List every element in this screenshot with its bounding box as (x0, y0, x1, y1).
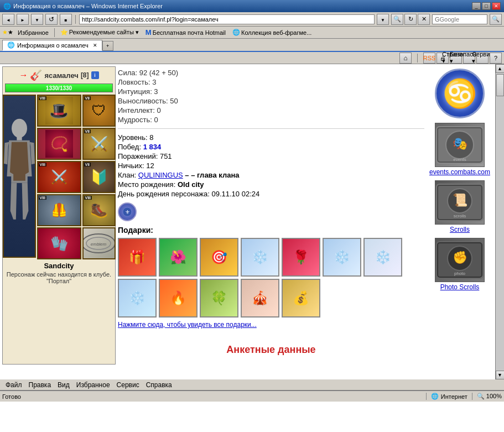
help-button[interactable]: ? (490, 53, 502, 64)
weapon-item: ⚔️ (45, 163, 73, 191)
menu-view[interactable]: Вид (54, 381, 73, 389)
dropdown-button[interactable] (31, 14, 43, 25)
slot-emblem[interactable]: emblem (82, 227, 116, 259)
gift-5[interactable]: 🌹 (282, 238, 320, 277)
slot-right-mid2[interactable]: VII 🔰 (82, 161, 116, 193)
item-level-badge-7: VIII (84, 196, 92, 200)
gift-8[interactable]: ❄️ (118, 279, 157, 318)
slot-weapon[interactable]: VIII ⚔️ (37, 161, 81, 193)
globe-icon: 🌐 (431, 393, 439, 400)
gift-3[interactable]: 🎯 (200, 238, 238, 277)
address-dropdown[interactable] (377, 14, 389, 25)
menu-edit[interactable]: Правка (25, 381, 55, 389)
back-button[interactable] (2, 14, 14, 25)
new-tab-button[interactable]: + (102, 41, 113, 51)
gift-2[interactable]: 🌺 (159, 238, 198, 277)
svg-text:🎭: 🎭 (453, 136, 468, 151)
home-icon (403, 54, 407, 62)
gift-1[interactable]: 🎁 (118, 238, 157, 277)
svg-rect-1 (17, 136, 22, 140)
photo-scrolls-banner-label[interactable]: Photo Scrolls (440, 283, 480, 291)
clan-head-label: – – глава клана (185, 171, 239, 179)
scrolls-banner[interactable]: 📜 scrolls Scrolls (432, 180, 487, 233)
webfragments-link[interactable]: 🌐 Коллекция веб-фрагме... (230, 28, 314, 37)
scrolls-svg: 📜 scrolls (435, 181, 484, 224)
menu-tools[interactable]: Сервис (113, 381, 143, 389)
scrollable-main: → 🎸 ясамалеч [8] i 1330/1330 (0, 64, 495, 379)
window-controls[interactable]: _ □ ✕ (472, 2, 501, 10)
gift-9[interactable]: 🔥 (159, 279, 198, 318)
rss-button[interactable]: RSS (423, 53, 435, 64)
favorites-menu[interactable]: Избранное (15, 29, 51, 37)
active-tab[interactable]: 🌐 Информация о ясамалеч ✕ (2, 40, 102, 51)
search-engine-icon: G (435, 16, 440, 23)
dropdown-icon (35, 16, 39, 23)
item-level-badge-6: VIII (39, 196, 47, 200)
search-icon-btn[interactable]: 🔍 (391, 14, 403, 25)
search-input[interactable] (440, 16, 479, 23)
refresh-page-btn[interactable]: ↻ (404, 14, 417, 25)
menu-file[interactable]: Файл (2, 381, 25, 389)
addr-dropdown-icon (381, 16, 385, 23)
stop-button[interactable] (60, 14, 72, 25)
status-bar: Готово 🌐 Интернет 🔍 100% (0, 391, 504, 402)
amulet-item: 📿 (45, 130, 73, 158)
favorites-bar: ★ Избранное ⭐ Рекомендуемые сайты ▾ M Бе… (0, 27, 504, 39)
tab-close-icon[interactable]: ✕ (93, 43, 97, 48)
gift-10[interactable]: 🍀 (200, 279, 238, 318)
clan-line: Клан: QULININGUS – – глава клана (118, 171, 424, 179)
recommended-sites[interactable]: ⭐ Рекомендуемые сайты ▾ (58, 28, 141, 37)
search-go-btn[interactable]: 🔍 (490, 14, 502, 25)
gift-12[interactable]: 💰 (282, 279, 320, 318)
stat-intuition: Интуиция: 3 (118, 87, 424, 96)
char-level: [8] (81, 71, 89, 79)
info-icon[interactable]: i (91, 71, 99, 79)
slot-gloves[interactable]: 🧤 (37, 227, 81, 259)
stop-load-btn[interactable]: ✕ (418, 14, 430, 25)
tools-menu-button[interactable]: Сервис ▾ (476, 53, 489, 64)
slot-right-bot[interactable]: VIII 🥾 (82, 194, 116, 226)
inner-layout: → 🎸 ясамалеч [8] i 1330/1330 (0, 64, 495, 367)
equipment-grid: VIII 🎩 (3, 95, 116, 259)
events-banner[interactable]: 🎭 events events.combats.com (432, 123, 487, 176)
scroll-thumb[interactable] (496, 74, 504, 96)
slot-body (3, 95, 36, 258)
see-all-gifts-link[interactable]: Нажмите сюда, чтобы увидеть все подарки.… (118, 321, 424, 329)
slot-amulet[interactable]: 📿 (37, 128, 81, 160)
webfragments-icon: 🌐 (232, 29, 240, 36)
minimize-button[interactable]: _ (472, 2, 481, 10)
slot-right-top[interactable]: VII 🛡 (82, 95, 116, 127)
menu-help[interactable]: Справка (143, 381, 175, 389)
home-button[interactable] (399, 53, 412, 64)
title-bar: 🌐 Информация о ясамалеч – Windows Intern… (0, 0, 504, 12)
close-button[interactable]: ✕ (492, 2, 501, 10)
clan-link[interactable]: QULININGUS (138, 171, 183, 179)
stat-agility: Ловкость: 3 (118, 78, 424, 86)
emblem-item: emblem (82, 230, 116, 257)
gift-7[interactable]: ❄️ (363, 238, 402, 277)
stat-stamina: Выносливость: 50 (118, 97, 424, 105)
slot-armor[interactable]: VIII 🦺 (37, 194, 81, 226)
scroll-track[interactable] (496, 73, 505, 371)
photo-scrolls-banner[interactable]: ✊ photo Photo Scrolls (432, 238, 487, 291)
forward-button[interactable] (17, 14, 29, 25)
gift-4[interactable]: ❄️ (241, 238, 279, 277)
photo-scrolls-banner-img: ✊ photo (435, 238, 485, 282)
slot-hat[interactable]: VIII 🎩 (37, 95, 81, 127)
address-input[interactable] (79, 14, 375, 24)
slot-right-mid1[interactable]: VII ⚔️ (82, 128, 116, 160)
hotmail-link[interactable]: M Бесплатная почта Hotmail (143, 28, 228, 37)
armor-item: 🦺 (45, 196, 73, 224)
scroll-up-button[interactable]: ▲ (496, 64, 505, 73)
scrolls-banner-label[interactable]: Scrolls (450, 226, 470, 233)
rolling-stones-icon: 🎸 (30, 69, 42, 81)
events-banner-label[interactable]: events.combats.com (429, 168, 490, 176)
browser-icon: 🌐 (3, 3, 11, 10)
scroll-down-button[interactable]: ▼ (496, 371, 505, 379)
restore-button[interactable]: □ (482, 2, 491, 10)
menu-favorites[interactable]: Избранное (73, 381, 113, 389)
refresh-button[interactable] (45, 14, 58, 25)
gift-6[interactable]: ❄️ (323, 238, 361, 277)
status-zone: 🌐 Интернет (426, 393, 467, 400)
gift-11[interactable]: 🎪 (241, 279, 279, 318)
